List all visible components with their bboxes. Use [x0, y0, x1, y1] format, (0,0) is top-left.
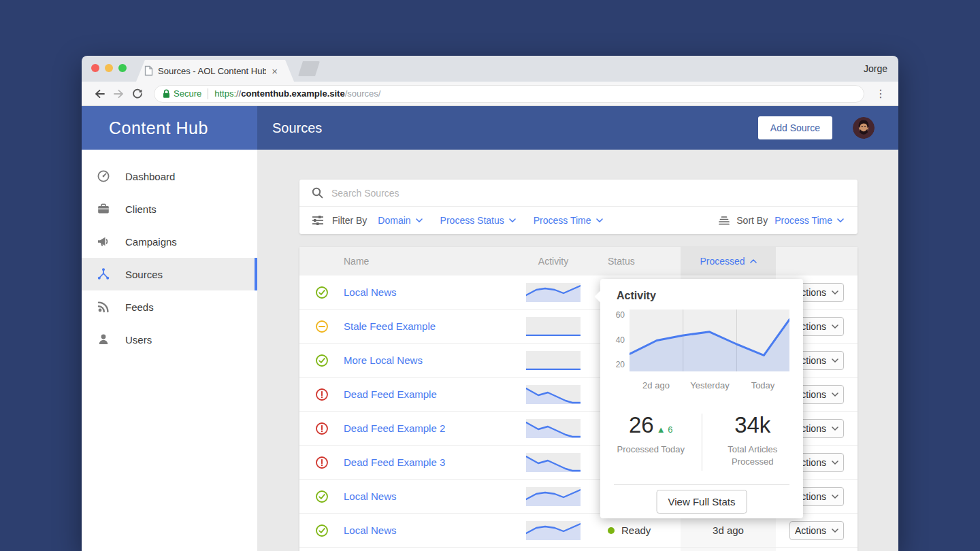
- activity-sparkline: [526, 317, 581, 336]
- column-header-status[interactable]: Status: [581, 247, 681, 276]
- processed-cell: 3d ago: [681, 514, 776, 547]
- filter-process-status-dropdown[interactable]: Process Status: [440, 215, 516, 226]
- source-name-link[interactable]: Dead Feed Example 3: [344, 456, 445, 468]
- y-axis-tick: 40: [602, 335, 625, 345]
- popup-stats: 26▲ 6 Processed Today 34k Total Articles…: [600, 412, 803, 475]
- x-axis-tick: Yesterday: [690, 380, 729, 390]
- source-name-link[interactable]: Stale Feed Example: [344, 320, 436, 332]
- activity-cell: [526, 446, 581, 479]
- status-dead-icon: [315, 456, 329, 469]
- row-state-cell: [299, 446, 344, 479]
- filter-process-time-dropdown[interactable]: Process Time: [534, 215, 603, 226]
- app-logo-area[interactable]: Content Hub: [82, 106, 257, 150]
- activity-sparkline: [526, 419, 581, 438]
- search-input[interactable]: [331, 188, 845, 199]
- chevron-down-icon: [832, 324, 838, 329]
- sidebar-item-clients[interactable]: Clients: [82, 193, 257, 225]
- new-tab-button[interactable]: [298, 61, 320, 76]
- browser-window: Sources - AOL Content Hub × Jorge Secure…: [82, 56, 898, 551]
- activity-sparkline: [526, 385, 581, 404]
- sidebar-item-label: Feeds: [125, 301, 154, 313]
- activity-popup: Activity 26▲ 6 Processed Today 34k Total…: [600, 279, 803, 518]
- window-close-button[interactable]: [91, 64, 99, 72]
- sidebar-item-users[interactable]: Users: [82, 323, 257, 356]
- chevron-down-icon: [832, 290, 838, 295]
- briefcase-icon: [97, 202, 110, 216]
- browser-navbar: Secure https://contenthub.example.site/s…: [82, 82, 898, 106]
- x-axis-tick: Today: [751, 380, 775, 390]
- column-header-activity[interactable]: Activity: [526, 247, 581, 276]
- url-text: https://contenthub.example.site/sources/: [214, 88, 380, 99]
- search-icon: [312, 187, 323, 199]
- chevron-down-icon: [832, 393, 838, 397]
- chevron-down-icon: [832, 461, 838, 465]
- sidebar-item-dashboard[interactable]: Dashboard: [82, 160, 257, 193]
- window-minimize-button[interactable]: [105, 64, 113, 72]
- status-ok-icon: [315, 286, 329, 299]
- activity-sparkline: [526, 521, 581, 540]
- sort-dropdown[interactable]: Process Time: [774, 215, 844, 226]
- sources-icon: [97, 267, 110, 281]
- sidebar-item-label: Campaigns: [125, 236, 177, 248]
- y-axis-tick: 20: [602, 360, 625, 369]
- view-full-stats-button[interactable]: View Full Stats: [657, 490, 747, 514]
- source-name-link[interactable]: Local News: [344, 490, 397, 502]
- row-state-cell: [299, 480, 344, 513]
- source-name-link[interactable]: More Local News: [344, 354, 423, 366]
- sidebar-item-campaigns[interactable]: Campaigns: [82, 225, 257, 258]
- column-header-name[interactable]: Name: [344, 247, 526, 276]
- caret-up-icon: [750, 259, 757, 263]
- popup-title: Activity: [617, 290, 656, 302]
- sidebar-item-feeds[interactable]: Feeds: [82, 290, 257, 323]
- tab-close-icon[interactable]: ×: [272, 65, 278, 77]
- browser-tab[interactable]: Sources - AOL Content Hub ×: [136, 60, 294, 82]
- browser-menu-icon[interactable]: ⋮: [871, 87, 890, 100]
- activity-sparkline: [526, 453, 581, 472]
- row-state-cell: [299, 276, 344, 309]
- source-name-link[interactable]: Dead Feed Example 2: [344, 422, 445, 434]
- activity-cell: [526, 412, 581, 445]
- main-content: Filter By Domain Process Status Process …: [257, 150, 898, 551]
- browser-profile-name[interactable]: Jorge: [864, 63, 887, 74]
- user-icon: [97, 333, 110, 346]
- stat-total-articles: 34k Total Articles Processed: [702, 412, 804, 475]
- toolbar-card: Filter By Domain Process Status Process …: [299, 180, 858, 234]
- tab-title: Sources - AOL Content Hub: [158, 66, 266, 76]
- user-avatar[interactable]: [853, 117, 875, 139]
- filter-domain-dropdown[interactable]: Domain: [378, 215, 422, 226]
- url-bar[interactable]: Secure https://contenthub.example.site/s…: [154, 85, 864, 103]
- delta-up-indicator: ▲ 6: [657, 424, 673, 435]
- megaphone-icon: [97, 235, 110, 248]
- activity-cell: [526, 344, 581, 377]
- chevron-down-icon: [416, 218, 423, 222]
- search-row: [299, 180, 858, 207]
- source-name-link[interactable]: Local News: [344, 286, 397, 298]
- forward-icon[interactable]: [109, 88, 128, 99]
- filter-sliders-icon: [312, 215, 324, 226]
- sort-by-label: Sort By: [736, 215, 768, 226]
- window-zoom-button[interactable]: [118, 64, 127, 72]
- status-dead-icon: [315, 388, 329, 401]
- chevron-down-icon: [509, 218, 516, 222]
- activity-chart: [630, 310, 789, 371]
- chevron-down-icon: [837, 218, 844, 222]
- source-name-link[interactable]: Local News: [344, 524, 397, 536]
- status-cell: Ready: [581, 514, 681, 547]
- page-title: Sources: [272, 120, 322, 136]
- activity-sparkline: [526, 487, 581, 506]
- source-name-link[interactable]: Dead Feed Example: [344, 388, 437, 400]
- column-header-processed[interactable]: Processed: [681, 247, 776, 276]
- sort-icon: [719, 216, 730, 225]
- row-state-cell: [299, 310, 344, 343]
- add-source-button[interactable]: Add Source: [758, 116, 832, 139]
- sidebar-item-label: Sources: [125, 269, 163, 280]
- status-dead-icon: [315, 422, 329, 435]
- refresh-icon[interactable]: [128, 88, 147, 99]
- sidebar-item-sources[interactable]: Sources: [82, 258, 257, 290]
- back-icon[interactable]: [90, 88, 109, 99]
- table-header: Name Activity Status Processed: [299, 247, 858, 276]
- lock-icon: [163, 89, 170, 99]
- browser-tabstrip: Sources - AOL Content Hub × Jorge: [82, 56, 898, 82]
- actions-select[interactable]: Actions: [789, 521, 844, 540]
- status-dot: [608, 527, 615, 534]
